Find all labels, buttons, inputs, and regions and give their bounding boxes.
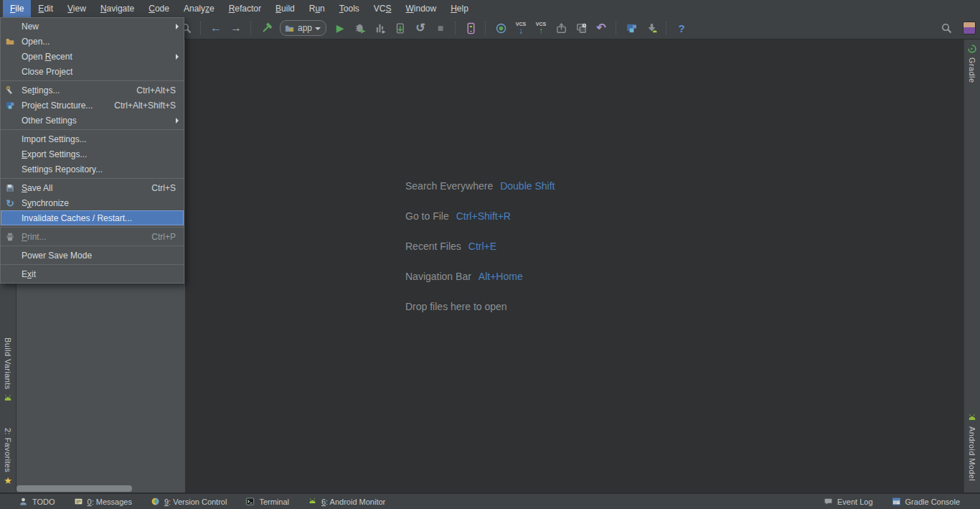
file-menu-item-print[interactable]: Print... Ctrl+P	[1, 229, 184, 244]
stripe-button-android-model[interactable]: Android Model	[967, 413, 977, 481]
file-menu-item-open[interactable]: Open...	[1, 34, 184, 49]
gradle-sync-icon	[495, 22, 507, 34]
file-menu-item-close-project[interactable]: Close Project	[1, 64, 184, 79]
menu-separator	[1, 178, 184, 179]
toolwindow-button-6-android-monitor[interactable]: 6: Android Monitor	[308, 497, 385, 506]
file-menu-item-project-structure[interactable]: Project Structure... Ctrl+Alt+Shift+S	[1, 98, 184, 113]
user-avatar[interactable]	[963, 22, 976, 34]
horizontal-scrollbar[interactable]	[17, 485, 132, 492]
search-icon	[941, 22, 953, 34]
menubar-item-navigate[interactable]: Navigate	[93, 0, 141, 17]
file-menu-item-open-recent[interactable]: Open Recent	[1, 49, 184, 64]
menubar-item-window[interactable]: Window	[398, 0, 443, 17]
menu-separator	[1, 264, 184, 265]
editor-area: Search Everywhere Double Shift Go to Fil…	[186, 39, 963, 492]
file-menu-item-invalidate-caches-restart[interactable]: Invalidate Caches / Restart...	[1, 210, 184, 225]
toolwindow-button-terminal[interactable]: Terminal	[245, 497, 289, 506]
debug-icon	[354, 22, 367, 34]
menubar-item-analyze[interactable]: Analyze	[176, 0, 222, 17]
file-menu-item-other-settings[interactable]: Other Settings	[1, 113, 184, 128]
stripe-button-2-favorites[interactable]: 2: Favorites	[4, 428, 12, 485]
android-studio-window: FileEditViewNavigateCodeAnalyzeRefactorB…	[0, 0, 980, 509]
vcs-changes-icon	[575, 22, 588, 34]
gradle-console-icon	[892, 497, 901, 506]
file-menu-item-export-settings[interactable]: Export Settings...	[1, 146, 184, 162]
menu-item-shortcut: Ctrl+Alt+Shift+S	[114, 101, 176, 111]
file-menu-item-settings-repository[interactable]: Settings Repository...	[1, 162, 184, 177]
bottom-bar-right-group: Event Log Gradle Console	[824, 497, 960, 506]
menubar-item-code[interactable]: Code	[141, 0, 176, 17]
menubar-item-file[interactable]: File	[3, 0, 31, 17]
profile-button[interactable]	[371, 19, 390, 37]
stop-button[interactable]	[431, 19, 450, 37]
attach-debugger-button[interactable]	[391, 19, 410, 37]
debug-button[interactable]	[351, 19, 369, 37]
menu-separator	[1, 80, 184, 81]
submenu-arrow-icon	[176, 24, 179, 29]
structure-icon	[3, 100, 17, 111]
forward-button[interactable]	[227, 19, 245, 37]
toolbar-separator	[666, 22, 667, 34]
toolbar-separator	[485, 22, 486, 34]
toolwindow-button-todo[interactable]: TODO	[19, 497, 55, 506]
hint-navigation-bar: Navigation Bar Alt+Home	[405, 271, 555, 282]
menubar-item-help[interactable]: Help	[443, 0, 476, 17]
sdk-manager-button[interactable]	[642, 19, 661, 37]
file-menu-item-synchronize[interactable]: Synchronize	[1, 195, 184, 210]
rerun-button[interactable]	[411, 19, 430, 37]
stripe-button-gradle[interactable]: Gradle	[967, 44, 977, 83]
menubar-item-vcs[interactable]: VCS	[367, 0, 399, 17]
hint-recent-files: Recent Files Ctrl+E	[405, 241, 555, 252]
search-button[interactable]	[937, 19, 956, 37]
back-button[interactable]	[207, 19, 225, 37]
vcs-revert-button[interactable]	[592, 19, 611, 37]
menubar-item-edit[interactable]: Edit	[31, 0, 60, 17]
file-menu-item-power-save-mode[interactable]: Power Save Mode	[1, 248, 184, 263]
toolwindow-button-0-messages[interactable]: 0: Messages	[74, 497, 132, 506]
vcs-update-icon	[516, 22, 526, 35]
stripe-button-build-variants[interactable]: Build Variants	[3, 337, 13, 403]
run-configuration-select[interactable]: app	[280, 20, 326, 36]
make-icon	[260, 22, 273, 34]
vcs-integrate-button[interactable]	[552, 19, 570, 37]
menubar-item-build[interactable]: Build	[268, 0, 302, 17]
file-menu-item-import-settings[interactable]: Import Settings...	[1, 131, 184, 146]
menu-bar: FileEditViewNavigateCodeAnalyzeRefactorB…	[0, 0, 980, 17]
menu-separator	[1, 227, 184, 228]
project-structure-button[interactable]	[622, 19, 641, 37]
menu-item-shortcut: Ctrl+Alt+S	[136, 85, 176, 95]
menubar-item-tools[interactable]: Tools	[332, 0, 367, 17]
file-menu-item-exit[interactable]: Exit	[1, 266, 184, 281]
help-icon	[678, 23, 684, 34]
avd-manager-button[interactable]	[461, 19, 480, 37]
toolwindow-button-event-log[interactable]: Event Log	[824, 497, 873, 506]
empty-editor-shortcut-hints: Search Everywhere Double Shift Go to Fil…	[405, 180, 555, 312]
file-menu-dropdown: New Open... Open Recent Close Project Se…	[0, 17, 184, 284]
menubar-item-run[interactable]: Run	[302, 0, 332, 17]
menubar-item-view[interactable]: View	[60, 0, 93, 17]
toolbar-separator	[616, 22, 617, 34]
hint-search-everywhere: Search Everywhere Double Shift	[405, 180, 555, 192]
menu-item-shortcut: Ctrl+P	[151, 232, 176, 242]
run-button[interactable]	[331, 19, 349, 37]
vcs-commit-button[interactable]	[532, 19, 550, 37]
bottom-tool-window-bar: TODO 0: Messages 9: Version Control Term…	[0, 492, 980, 509]
save-icon	[3, 182, 17, 194]
submenu-arrow-icon	[176, 54, 179, 60]
run-icon	[336, 23, 344, 33]
toolwindow-button-9-version-control[interactable]: 9: Version Control	[151, 497, 227, 506]
file-menu-item-new[interactable]: New	[1, 19, 184, 34]
toolbar-separator	[250, 22, 252, 34]
project-structure-icon	[626, 22, 638, 34]
make-button[interactable]	[257, 19, 275, 37]
menubar-item-refactor[interactable]: Refactor	[222, 0, 268, 17]
help-button[interactable]	[672, 19, 691, 37]
right-stripe-bottom-group: Android Model	[967, 413, 977, 481]
avd-manager-icon	[465, 22, 477, 34]
vcs-update-button[interactable]	[512, 19, 530, 37]
gradle-sync-button[interactable]	[491, 19, 510, 37]
file-menu-item-settings[interactable]: Settings... Ctrl+Alt+S	[1, 83, 184, 98]
vcs-changes-button[interactable]	[572, 19, 590, 37]
file-menu-item-save-all[interactable]: Save All Ctrl+S	[1, 180, 184, 195]
toolwindow-button-gradle-console[interactable]: Gradle Console	[892, 497, 960, 506]
